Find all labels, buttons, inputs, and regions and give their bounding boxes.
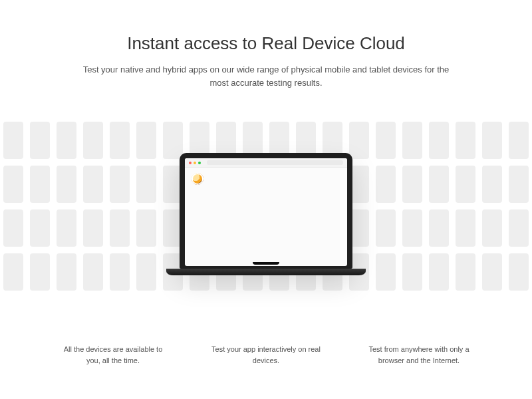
- window-minimize-icon: [194, 162, 196, 164]
- device-tile: [376, 166, 396, 203]
- laptop-illustration: [173, 153, 359, 275]
- device-tile: [482, 166, 502, 203]
- device-tile: [509, 122, 529, 159]
- hero-title: Instant access to Real Device Cloud: [0, 33, 532, 54]
- device-tile: [402, 166, 422, 203]
- hero-subtitle: Test your native and hybrid apps on our …: [80, 63, 452, 89]
- device-tile: [509, 209, 529, 247]
- device-tile: [83, 166, 103, 203]
- device-tile: [376, 122, 396, 159]
- address-bar: [207, 160, 343, 165]
- device-tile: [376, 209, 396, 247]
- device-tile: [136, 253, 156, 291]
- device-tile: [110, 122, 130, 159]
- device-tile: [429, 209, 449, 247]
- device-tile: [30, 253, 50, 291]
- window-close-icon: [189, 162, 192, 164]
- device-tile: [456, 166, 475, 203]
- device-tile: [429, 122, 449, 159]
- device-tile: [3, 253, 23, 291]
- device-tile: [57, 122, 76, 159]
- browser-chrome: [185, 158, 347, 168]
- device-tile: [429, 166, 449, 203]
- device-tile: [57, 253, 76, 291]
- device-tile: [509, 253, 529, 291]
- device-tile: [110, 209, 130, 247]
- device-tile: [110, 253, 130, 291]
- device-tile: [30, 122, 50, 159]
- feature-item: Test from anywhere with only a browser a…: [362, 344, 475, 366]
- feature-item: Test your app interactively on real devi…: [209, 344, 323, 366]
- device-tile: [57, 209, 76, 247]
- device-tile: [83, 253, 103, 291]
- device-tile: [509, 166, 529, 203]
- laptop-hinge: [253, 262, 279, 265]
- device-tile: [482, 253, 502, 291]
- laptop-body: [180, 153, 352, 269]
- device-tile: [456, 209, 475, 247]
- device-tile: [3, 209, 23, 247]
- device-tile: [3, 122, 23, 159]
- device-tile: [30, 209, 50, 247]
- feature-item: All the devices are available to you, al…: [57, 344, 170, 366]
- device-tile: [402, 122, 422, 159]
- device-tile: [429, 253, 449, 291]
- laptop-base: [166, 269, 366, 275]
- landing-section: Instant access to Real Device Cloud Test…: [0, 0, 532, 399]
- device-tile: [456, 253, 475, 291]
- window-expand-icon: [198, 162, 201, 164]
- device-tile: [402, 209, 422, 247]
- device-tile: [3, 166, 23, 203]
- device-tile: [83, 122, 103, 159]
- device-tile: [136, 166, 156, 203]
- device-tile: [30, 166, 50, 203]
- device-tile: [482, 209, 502, 247]
- app-logo-icon: [192, 173, 203, 185]
- device-tile: [136, 209, 156, 247]
- device-tile: [376, 253, 396, 291]
- device-tile: [402, 253, 422, 291]
- device-tile: [110, 166, 130, 203]
- device-tile: [136, 122, 156, 159]
- device-tile: [57, 166, 76, 203]
- laptop-screen: [185, 158, 347, 266]
- features-row: All the devices are available to you, al…: [0, 344, 532, 366]
- device-tile: [83, 209, 103, 247]
- device-tile: [482, 122, 502, 159]
- device-tile: [456, 122, 475, 159]
